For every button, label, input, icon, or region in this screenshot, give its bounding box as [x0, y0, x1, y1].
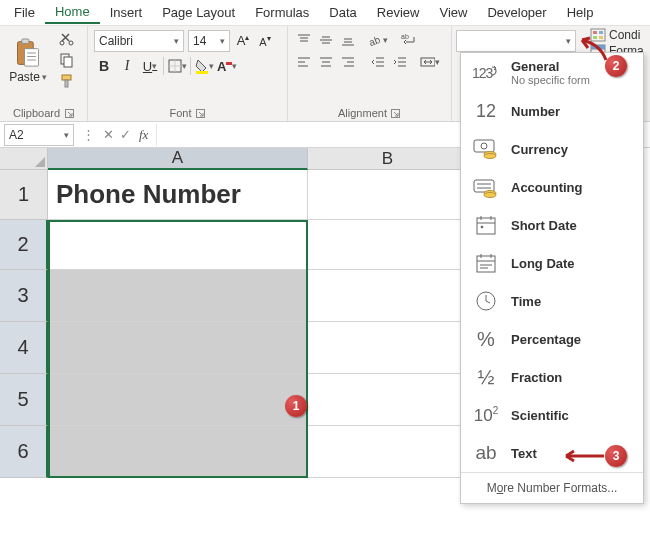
svg-point-73 — [481, 226, 484, 229]
format-option-sub: No specific form — [511, 74, 590, 86]
cell-A1[interactable]: Phone Number — [48, 170, 308, 220]
merge-center-button[interactable]: ▾ — [420, 52, 440, 72]
tab-insert[interactable]: Insert — [100, 2, 153, 23]
format-option-percentage[interactable]: % Percentage — [461, 320, 643, 358]
tab-file[interactable]: File — [4, 2, 45, 23]
underline-button[interactable]: U ▾ — [140, 56, 160, 76]
tab-help[interactable]: Help — [557, 2, 604, 23]
cell-A4[interactable] — [48, 322, 308, 374]
italic-button[interactable]: I — [117, 56, 137, 76]
row-header-1[interactable]: 1 — [0, 170, 48, 220]
cell-B1[interactable] — [308, 170, 468, 220]
copy-button[interactable] — [56, 51, 78, 69]
align-bottom-button[interactable] — [338, 30, 358, 50]
cell-B2[interactable] — [308, 220, 468, 270]
font-name-select[interactable]: Calibri▾ — [94, 30, 184, 52]
orientation-button[interactable]: ab▾ — [368, 30, 388, 50]
tab-formulas[interactable]: Formulas — [245, 2, 319, 23]
format-option-scientific[interactable]: 102 Scientific — [461, 396, 643, 434]
format-option-title: Long Date — [511, 256, 575, 271]
tab-view[interactable]: View — [429, 2, 477, 23]
increase-indent-button[interactable] — [390, 52, 410, 72]
paste-button[interactable]: Paste▾ — [6, 30, 50, 92]
format-option-accounting[interactable]: Accounting — [461, 168, 643, 206]
format-option-currency[interactable]: Currency — [461, 130, 643, 168]
svg-rect-17 — [226, 62, 232, 65]
font-color-button[interactable]: A▾ — [217, 56, 237, 76]
row-header-6[interactable]: 6 — [0, 426, 48, 478]
chevron-down-icon: ▾ — [64, 130, 69, 140]
fx-label[interactable]: fx — [135, 127, 152, 143]
format-painter-button[interactable] — [56, 72, 78, 90]
svg-rect-69 — [477, 218, 495, 234]
format-option-time[interactable]: Time — [461, 282, 643, 320]
cut-button[interactable] — [56, 30, 78, 48]
format-option-title: Number — [511, 104, 560, 119]
format-option-long-date[interactable]: Long Date — [461, 244, 643, 282]
name-box[interactable]: A2▾ — [4, 124, 74, 146]
row-header-3[interactable]: 3 — [0, 270, 48, 322]
format-option-short-date[interactable]: Short Date — [461, 206, 643, 244]
menu-bar: File Home Insert Page Layout Formulas Da… — [0, 0, 650, 26]
align-right-icon — [341, 55, 355, 69]
tab-page-layout[interactable]: Page Layout — [152, 2, 245, 23]
formula-cancel-button[interactable]: ✕ — [103, 127, 114, 142]
decrease-indent-button[interactable] — [368, 52, 388, 72]
alignment-group-label: Alignment — [338, 107, 387, 119]
row-header-5[interactable]: 5 — [0, 374, 48, 426]
tab-review[interactable]: Review — [367, 2, 430, 23]
svg-rect-16 — [196, 71, 208, 74]
decrease-font-button[interactable]: A▾ — [256, 32, 274, 50]
wrap-text-button[interactable]: ab — [398, 30, 418, 50]
chevron-down-icon: ▾ — [220, 36, 225, 46]
more-number-formats-link[interactable]: More Number Formats... — [461, 472, 643, 503]
borders-button[interactable]: ▾ — [167, 56, 187, 76]
col-header-A[interactable]: A — [48, 148, 308, 170]
font-dialog-launcher[interactable] — [196, 108, 206, 118]
formula-enter-button[interactable]: ✓ — [120, 127, 131, 142]
tab-developer[interactable]: Developer — [477, 2, 556, 23]
clipboard-dialog-launcher[interactable] — [64, 108, 74, 118]
tab-home[interactable]: Home — [45, 1, 100, 24]
format-option-title: Accounting — [511, 180, 583, 195]
svg-point-63 — [484, 154, 496, 159]
align-top-button[interactable] — [294, 30, 314, 50]
text-icon: ab — [471, 440, 501, 466]
cell-B6[interactable] — [308, 426, 468, 478]
tab-data[interactable]: Data — [319, 2, 366, 23]
chevron-down-icon: ▾ — [209, 61, 214, 71]
align-center-button[interactable] — [316, 52, 336, 72]
group-clipboard: Paste▾ Clipboard — [0, 26, 88, 121]
format-option-fraction[interactable]: ½ Fraction — [461, 358, 643, 396]
font-size-select[interactable]: 14▾ — [188, 30, 230, 52]
increase-font-button[interactable]: A▴ — [234, 32, 252, 50]
cell-B4[interactable] — [308, 322, 468, 374]
paste-label: Paste — [9, 70, 40, 84]
name-box-value: A2 — [9, 128, 24, 142]
align-left-button[interactable] — [294, 52, 314, 72]
row-header-4[interactable]: 4 — [0, 322, 48, 374]
orientation-icon: ab — [368, 33, 383, 47]
group-font: Calibri▾ 14▾ A▴ A▾ B I U ▾ ▾ ▾ A▾ Font — [88, 26, 288, 121]
cell-A5[interactable] — [48, 374, 308, 426]
format-option-title: Currency — [511, 142, 568, 157]
format-option-number[interactable]: 12 Number — [461, 92, 643, 130]
cell-A3[interactable] — [48, 270, 308, 322]
cell-A2[interactable] — [48, 220, 308, 270]
fill-color-button[interactable]: ▾ — [194, 56, 214, 76]
number-icon: 12 — [471, 98, 501, 124]
currency-icon — [471, 136, 501, 162]
align-middle-button[interactable] — [316, 30, 336, 50]
align-right-button[interactable] — [338, 52, 358, 72]
svg-rect-49 — [599, 31, 603, 34]
alignment-dialog-launcher[interactable] — [391, 108, 401, 118]
bold-button[interactable]: B — [94, 56, 114, 76]
dialog-launcher-icon — [65, 109, 74, 118]
number-format-select[interactable]: ▾ — [456, 30, 576, 52]
cell-B3[interactable] — [308, 270, 468, 322]
row-header-2[interactable]: 2 — [0, 220, 48, 270]
select-all-corner[interactable] — [0, 148, 48, 170]
cell-B5[interactable] — [308, 374, 468, 426]
cell-A6[interactable] — [48, 426, 308, 478]
col-header-B[interactable]: B — [308, 148, 468, 170]
